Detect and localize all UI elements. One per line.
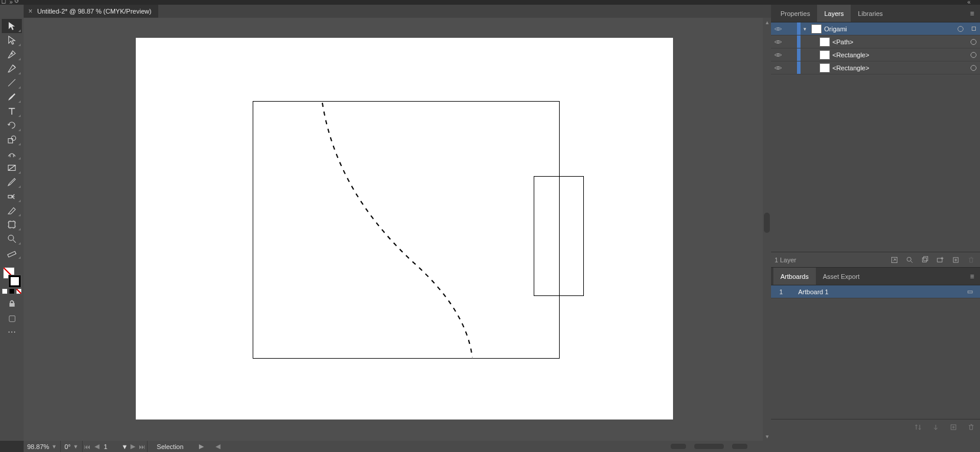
- new-sublayer-icon[interactable]: [935, 255, 946, 265]
- stroke-swatch[interactable]: [9, 275, 21, 287]
- chevron-down-icon[interactable]: ▼: [122, 443, 128, 450]
- layer-color: [797, 61, 801, 74]
- more-tools-icon[interactable]: ⋯: [8, 327, 16, 337]
- layer-thumb: [819, 50, 830, 60]
- scroll-up-icon[interactable]: ▴: [766, 18, 769, 27]
- visibility-toggle[interactable]: [771, 25, 785, 33]
- color-mode-gradient[interactable]: [9, 288, 15, 294]
- tab-asset-export[interactable]: Asset Export: [816, 268, 867, 285]
- layer-row[interactable]: <Path>: [771, 35, 980, 48]
- export-icon[interactable]: [889, 255, 900, 265]
- selection-tool[interactable]: [2, 19, 22, 33]
- chevron-down-icon[interactable]: ▼: [73, 444, 79, 450]
- tab-properties[interactable]: Properties: [773, 5, 817, 22]
- first-artboard-button[interactable]: ⏮︎: [83, 443, 92, 450]
- lock-icon[interactable]: 🔒︎: [8, 299, 16, 308]
- tab-artboards[interactable]: Artboards: [773, 268, 816, 285]
- type-tool[interactable]: [2, 104, 22, 118]
- rotate-tool[interactable]: [2, 118, 22, 132]
- gradient-tool[interactable]: [2, 161, 22, 175]
- screen-mode-icon[interactable]: ▢: [8, 313, 16, 323]
- curvature-tool[interactable]: [2, 61, 22, 76]
- artboard-number[interactable]: 1: [102, 443, 122, 450]
- prev-artboard-button[interactable]: ◀︎: [92, 443, 102, 450]
- rotation-field[interactable]: 0° ▼: [61, 441, 81, 452]
- visibility-toggle[interactable]: [771, 51, 785, 59]
- scroll-left-icon[interactable]: ◀︎: [210, 443, 226, 450]
- target-icon[interactable]: [954, 26, 967, 32]
- clip-mask-icon[interactable]: [920, 255, 930, 265]
- artboard-options-icon[interactable]: ▭: [967, 288, 980, 295]
- svg-rect-15: [924, 256, 928, 261]
- paintbrush-tool[interactable]: [2, 90, 22, 104]
- layer-name[interactable]: <Path>: [832, 38, 967, 45]
- zoom-tool[interactable]: [2, 232, 22, 246]
- layer-color: [797, 35, 801, 48]
- panel-menu-icon[interactable]: ≡: [966, 272, 978, 281]
- new-layer-icon[interactable]: [950, 255, 961, 265]
- rearrange-icon[interactable]: [913, 422, 923, 433]
- move-down-icon[interactable]: [930, 422, 941, 433]
- artboard-row[interactable]: 1 Artboard 1 ▭: [771, 285, 980, 298]
- delete-artboard-icon[interactable]: [966, 422, 976, 433]
- artboard-tool[interactable]: [2, 217, 22, 232]
- visibility-toggle[interactable]: [771, 64, 785, 72]
- fill-stroke-swatches[interactable]: [2, 267, 22, 287]
- select-indicator[interactable]: [967, 27, 980, 31]
- right-panel-area: Properties Layers Libraries ≡ ▾ Origami: [771, 5, 980, 452]
- artboard-name[interactable]: Artboard 1: [791, 288, 967, 295]
- disclosure-icon[interactable]: ▾: [801, 26, 809, 32]
- next-artboard-button[interactable]: ▶︎: [128, 443, 138, 450]
- status-widget-c[interactable]: [732, 444, 747, 449]
- slice-tool[interactable]: [2, 203, 22, 217]
- pen-tool[interactable]: [2, 47, 22, 61]
- width-tool[interactable]: [2, 147, 22, 161]
- locate-icon[interactable]: [904, 255, 915, 265]
- scroll-thumb[interactable]: [764, 213, 770, 233]
- artboards-footer: [771, 419, 980, 434]
- panel-menu-icon[interactable]: ≡: [966, 9, 978, 18]
- status-widget-b[interactable]: [694, 444, 724, 449]
- color-mode-row[interactable]: [2, 288, 22, 294]
- target-icon[interactable]: [967, 65, 980, 71]
- tab-libraries[interactable]: Libraries: [851, 5, 890, 22]
- eyedropper-tool[interactable]: [2, 175, 22, 189]
- layer-row[interactable]: <Rectangle>: [771, 48, 980, 61]
- target-icon[interactable]: [967, 52, 980, 58]
- layer-name[interactable]: Origami: [824, 25, 954, 32]
- artboard[interactable]: [136, 38, 673, 420]
- delete-layer-icon[interactable]: [966, 255, 976, 265]
- layer-name[interactable]: <Rectangle>: [832, 64, 967, 71]
- target-icon[interactable]: [967, 39, 980, 45]
- line-segment-tool[interactable]: [2, 76, 22, 90]
- svg-rect-16: [937, 258, 942, 262]
- scroll-down-icon[interactable]: ▾: [766, 432, 769, 441]
- measure-tool[interactable]: [2, 246, 22, 260]
- close-icon[interactable]: ×: [28, 7, 32, 15]
- last-artboard-button[interactable]: ⏭︎: [138, 443, 147, 450]
- layer-count-label: 1 Layer: [775, 256, 796, 264]
- symbol-sprayer-tool[interactable]: [2, 189, 22, 203]
- color-mode-none[interactable]: [16, 288, 22, 294]
- vertical-scrollbar[interactable]: ▴ ▾: [763, 18, 771, 441]
- play-icon[interactable]: ▶︎: [193, 443, 210, 450]
- layers-footer: 1 Layer: [771, 252, 980, 267]
- color-mode-solid[interactable]: [2, 288, 8, 294]
- canvas-area[interactable]: ▴ ▾: [24, 18, 771, 441]
- document-tab[interactable]: × Untitled-2* @ 98.87 % (CMYK/Preview): [24, 5, 158, 18]
- direct-selection-tool[interactable]: [2, 33, 22, 47]
- dashed-path[interactable]: [136, 38, 673, 420]
- visibility-toggle[interactable]: [771, 38, 785, 46]
- tab-layers[interactable]: Layers: [817, 5, 851, 22]
- new-artboard-icon[interactable]: [948, 422, 959, 433]
- status-widget-a[interactable]: [671, 444, 686, 449]
- default-swap-icons[interactable]: ◻↺: [0, 0, 20, 4]
- zoom-field[interactable]: 98.87% ▼: [24, 441, 60, 452]
- layer-name[interactable]: <Rectangle>: [832, 51, 967, 58]
- shape-builder-tool[interactable]: [2, 132, 22, 147]
- chevron-down-icon[interactable]: ▼: [51, 444, 57, 450]
- tools-panel: ◻↺ 🔒︎ ▢ ⋯: [0, 5, 24, 441]
- svg-point-10: [777, 54, 779, 56]
- layer-row[interactable]: <Rectangle>: [771, 61, 980, 74]
- layer-row[interactable]: ▾ Origami: [771, 22, 980, 35]
